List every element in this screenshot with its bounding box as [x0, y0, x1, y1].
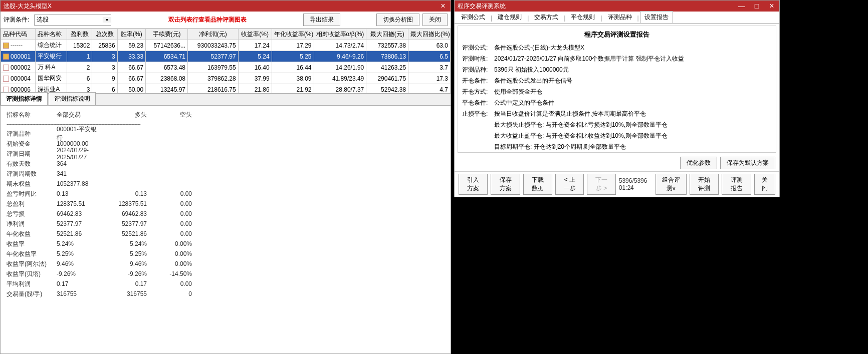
- report-action-bar: 优化参数 保存为默认方案: [455, 155, 779, 171]
- detail-row: 评测日期2024/01/29-2025/01/27: [7, 149, 445, 159]
- detail-row: 收益率(阿尔法)9.46%9.46%0.00%: [7, 259, 445, 269]
- table-header[interactable]: 品种名称: [36, 29, 67, 40]
- close-icon[interactable]: ×: [764, 1, 779, 12]
- prev-step-button[interactable]: < 上一步: [555, 174, 584, 195]
- chevron-down-icon[interactable]: ▾: [103, 17, 111, 23]
- table-header[interactable]: 胜率(%): [117, 29, 146, 40]
- detail-row: 总亏损69462.8369462.830.00: [7, 209, 445, 219]
- switch-chart-button[interactable]: 切换分析图: [376, 14, 419, 26]
- import-scheme-button[interactable]: 引入方案: [459, 174, 488, 195]
- combine-eval-button[interactable]: 组合评测v: [656, 174, 687, 195]
- table-header[interactable]: 净利润(元): [188, 29, 239, 40]
- tab-1[interactable]: 建仓规则: [493, 11, 526, 23]
- download-data-button[interactable]: 下载数据: [523, 174, 552, 195]
- save-default-button[interactable]: 保存为默认方案: [720, 157, 775, 169]
- table-row[interactable]: 000002万 科A2366.676573.48163979.5516.4016…: [1, 62, 451, 73]
- start-eval-button[interactable]: 开始评测: [690, 174, 719, 195]
- detail-row: 期末权益1052377.88: [7, 179, 445, 189]
- detail-row: 交易量(股/手)3167553167550: [7, 289, 445, 299]
- detail-row: 总盈利128375.51128375.510.00: [7, 199, 445, 209]
- report-line: 止损平仓:按当日收盘价计算是否满足止损条件,按本周期最高价平仓: [462, 109, 772, 118]
- report-indent-line: 最大收益止盈平仓: 与开仓资金相比收益达到10%,则全部数量平仓: [462, 131, 772, 140]
- tab-5[interactable]: 设置报告: [640, 11, 673, 23]
- save-scheme-button[interactable]: 保存方案: [491, 174, 520, 195]
- report-indent-line: 最大损失止损平仓: 与开仓资金相比亏损达到10%,则全部数量平仓: [462, 120, 772, 129]
- table-header[interactable]: 最大回撤(元): [366, 29, 408, 40]
- left-title: 选股-大龙头模型X: [4, 2, 436, 11]
- close-icon[interactable]: ×: [436, 1, 451, 12]
- close-button[interactable]: 关闭: [422, 14, 448, 26]
- close-button[interactable]: 关闭: [754, 174, 775, 195]
- detail-header-row: 指标名称 全部交易 多头 空头: [7, 110, 445, 120]
- right-title: 程序交易评测系统: [458, 2, 734, 11]
- detail-row: 收益率5.24%5.24%0.00%: [7, 239, 445, 249]
- tab-2[interactable]: 交易方式: [530, 11, 563, 23]
- table-row[interactable]: ------综合统计153022583659.2357142636...9300…: [1, 40, 451, 51]
- left-toolbar: 评测条件: 选股 ▾ 双击列表行查看品种评测图表 导出结果 切换分析图 关闭: [1, 12, 451, 29]
- hint-text: 双击列表行查看品种评测图表: [114, 16, 300, 24]
- stock-selection-window: 选股-大龙头模型X × 评测条件: 选股 ▾ 双击列表行查看品种评测图表 导出结…: [0, 0, 451, 354]
- table-header[interactable]: 相对收益率α/β(%): [314, 29, 366, 40]
- row-icon: [3, 76, 9, 82]
- eval-report-button[interactable]: 评测报告: [722, 174, 751, 195]
- results-table[interactable]: 品种代码品种名称盈利数总次数胜率(%)手续费(元)净利润(元)收益率(%)年化收…: [1, 29, 451, 94]
- detail-row: 收益率(贝塔)-9.26%-9.26%-14.50%: [7, 269, 445, 279]
- row-icon: [3, 65, 9, 71]
- table-header[interactable]: 品种代码: [1, 29, 36, 40]
- tab-metrics-detail[interactable]: 评测指标详情: [1, 92, 48, 105]
- table-header[interactable]: 总次数: [92, 29, 117, 40]
- row-icon: [3, 54, 9, 60]
- detail-tabbar: 评测指标详情 评测指标说明: [1, 94, 451, 106]
- evaluation-system-window: 程序交易评测系统 — □ × 评测公式|建仓规则|交易方式|平仓规则|评测品种|…: [454, 0, 780, 197]
- optimize-params-button[interactable]: 优化参数: [680, 157, 717, 169]
- table-header[interactable]: 年化收益率(%): [272, 29, 314, 40]
- right-titlebar[interactable]: 程序交易评测系统 — □ ×: [455, 1, 779, 12]
- detail-row: 评测周期数341: [7, 169, 445, 179]
- detail-row: 平均利润0.170.170.00: [7, 279, 445, 289]
- table-header[interactable]: 收益率(%): [238, 29, 272, 40]
- tab-3[interactable]: 平仓规则: [566, 11, 599, 23]
- report-indent-line: 目标周期平仓: 开仓达到20个周期,则全部数量平仓: [462, 142, 772, 151]
- detail-row: 盈亏时间比0.130.130.00: [7, 189, 445, 199]
- next-step-button: 下一步 >: [587, 174, 615, 195]
- export-button[interactable]: 导出结果: [303, 14, 340, 26]
- detail-row: 有效天数364: [7, 159, 445, 169]
- table-header[interactable]: 手续费(元): [146, 29, 188, 40]
- report-line: 开仓条件:条件选股公式发出的开仓信号: [462, 76, 772, 85]
- detail-row: 年化收益率5.25%5.25%0.00%: [7, 249, 445, 259]
- table-row[interactable]: 000001平安银行1333.336534.7152377.975.245.25…: [1, 51, 451, 62]
- table-header[interactable]: 盈利数: [67, 29, 92, 40]
- report-line: 评测品种:5396只 初始投入1000000元: [462, 65, 772, 74]
- tab-0[interactable]: 评测公式: [457, 11, 490, 23]
- table-header[interactable]: 最大回撤比(%): [408, 29, 451, 40]
- detail-row: 年化收益52521.8652521.860.00: [7, 229, 445, 239]
- tab-metrics-desc[interactable]: 评测指标说明: [49, 92, 96, 105]
- left-titlebar[interactable]: 选股-大龙头模型X ×: [1, 1, 451, 12]
- minimize-icon[interactable]: —: [734, 1, 749, 12]
- report-line: 平仓条件:公式中定义的平仓条件: [462, 98, 772, 107]
- report-line: 评测时段:2024/01/27-2025/01/27 向前多取100个数据用于计…: [462, 54, 772, 63]
- progress-status: 5396/5396 01:24: [619, 177, 649, 191]
- table-row[interactable]: 000004国华网安6966.6723868.08379862.2837.993…: [1, 73, 451, 84]
- combo-value: 选股: [37, 16, 49, 24]
- condition-label: 评测条件:: [4, 16, 29, 24]
- row-icon: [3, 43, 9, 49]
- report-line: 开仓方式:使用全部资金开仓: [462, 87, 772, 96]
- tab-4[interactable]: 评测品种: [603, 11, 636, 23]
- report-heading: 程序交易评测设置报告: [462, 30, 772, 39]
- maximize-icon[interactable]: □: [749, 1, 764, 12]
- settings-tabstrip: 评测公式|建仓规则|交易方式|平仓规则|评测品种|设置报告: [455, 12, 779, 24]
- metrics-detail-pane: 指标名称 全部交易 多头 空头 ------------------------…: [1, 106, 451, 353]
- footer-bar: 引入方案 保存方案 下载数据 < 上一步 下一步 > 5396/5396 01:…: [455, 171, 779, 197]
- report-body: 程序交易评测设置报告 评测公式:条件选股公式-(日线)-大龙头模型X评测时段:2…: [458, 26, 776, 153]
- detail-row: 净利润52377.9752377.970.00: [7, 219, 445, 229]
- condition-combo[interactable]: 选股 ▾: [34, 15, 111, 26]
- report-line: 评测公式:条件选股公式-(日线)-大龙头模型X: [462, 43, 772, 52]
- detail-row: 评测品种000001-平安银行: [7, 129, 445, 139]
- results-table-wrap: 品种代码品种名称盈利数总次数胜率(%)手续费(元)净利润(元)收益率(%)年化收…: [1, 29, 451, 94]
